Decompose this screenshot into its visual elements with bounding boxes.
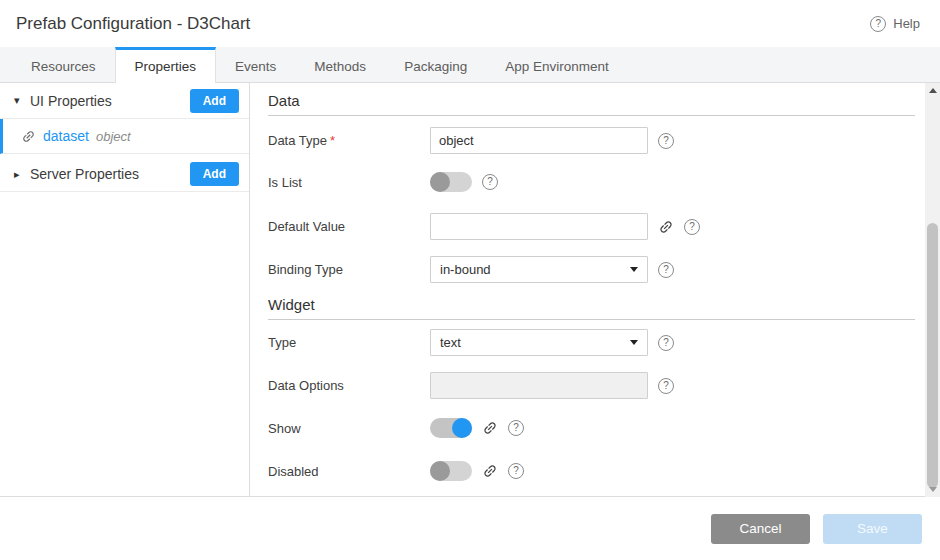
disabled-label: Disabled (268, 464, 430, 479)
server-properties-label: Server Properties (30, 166, 190, 182)
section-title-widget: Widget (268, 296, 915, 320)
toggle-knob (452, 418, 472, 438)
tab-methods[interactable]: Methods (295, 47, 385, 82)
sidebar-group-ui-properties[interactable]: ▾ UI Properties Add (0, 83, 249, 119)
data-type-label: Data Type* (268, 133, 430, 148)
binding-type-label: Binding Type (268, 262, 430, 277)
binding-type-help-icon[interactable]: ? (658, 262, 674, 278)
binding-type-select[interactable]: in-bound (430, 256, 648, 283)
add-ui-property-button[interactable]: Add (190, 89, 239, 113)
toggle-knob (430, 172, 450, 192)
help-icon: ? (870, 16, 886, 32)
tab-bar: Resources Properties Events Methods Pack… (0, 47, 940, 83)
dropdown-arrow-icon (630, 340, 638, 345)
disabled-bind-icon[interactable] (482, 463, 498, 479)
scrollbar-thumb[interactable] (927, 223, 938, 488)
page-title: Prefab Configuration - D3Chart (16, 14, 250, 34)
default-value-help-icon[interactable]: ? (684, 219, 700, 235)
dialog-footer: Cancel Save (0, 497, 940, 560)
help-button[interactable]: ? Help (870, 16, 920, 32)
help-label: Help (893, 16, 920, 31)
dataset-name: dataset (43, 128, 89, 144)
sidebar-item-dataset[interactable]: dataset object (0, 119, 249, 154)
widget-type-label: Type (268, 335, 430, 350)
caret-right-icon: ▸ (14, 168, 30, 181)
tab-packaging[interactable]: Packaging (385, 47, 486, 82)
vertical-scrollbar[interactable] (925, 83, 940, 497)
bind-link-icon (21, 129, 36, 144)
default-value-label: Default Value (268, 219, 430, 234)
dialog-header: Prefab Configuration - D3Chart ? Help (0, 0, 940, 47)
show-help-icon[interactable]: ? (508, 420, 524, 436)
cancel-button[interactable]: Cancel (711, 514, 810, 544)
sidebar-group-server-properties[interactable]: ▸ Server Properties Add (0, 157, 249, 192)
show-label: Show (268, 421, 430, 436)
tab-app-environment[interactable]: App Environment (486, 47, 628, 82)
data-type-input[interactable] (430, 127, 648, 154)
ui-properties-label: UI Properties (30, 93, 190, 109)
tab-events[interactable]: Events (216, 47, 295, 82)
dataset-type: object (96, 129, 131, 144)
required-marker: * (330, 133, 335, 148)
data-options-label: Data Options (268, 378, 430, 393)
row-binding-type: Binding Type in-bound ? (268, 256, 920, 283)
widget-type-select[interactable]: text (430, 329, 648, 356)
row-widget-type: Type text ? (268, 329, 920, 356)
data-options-input (430, 372, 648, 399)
show-bind-icon[interactable] (482, 420, 498, 436)
save-button[interactable]: Save (823, 514, 922, 544)
binding-type-value: in-bound (440, 262, 491, 277)
data-options-help-icon[interactable]: ? (658, 378, 674, 394)
section-title-data: Data (268, 92, 915, 116)
toggle-knob (430, 461, 450, 481)
default-value-input[interactable] (430, 213, 648, 240)
row-show: Show ? (268, 418, 920, 438)
is-list-label: Is List (268, 175, 430, 190)
tab-properties[interactable]: Properties (115, 47, 217, 83)
data-type-help-icon[interactable]: ? (658, 133, 674, 149)
row-disabled: Disabled ? (268, 461, 920, 481)
tab-resources[interactable]: Resources (12, 47, 115, 82)
scroll-up-icon[interactable] (925, 83, 940, 98)
row-is-list: Is List ? (268, 172, 920, 192)
scroll-down-icon[interactable] (925, 482, 940, 497)
widget-type-help-icon[interactable]: ? (658, 335, 674, 351)
caret-down-icon: ▾ (14, 94, 30, 107)
widget-type-value: text (440, 335, 461, 350)
dropdown-arrow-icon (630, 267, 638, 272)
show-toggle[interactable] (430, 418, 472, 438)
is-list-toggle[interactable] (430, 172, 472, 192)
main-area: ▾ UI Properties Add dataset object ▸ Ser… (0, 83, 940, 497)
is-list-help-icon[interactable]: ? (482, 174, 498, 190)
property-form: Data Data Type* ? Is List ? Default Valu… (250, 83, 940, 496)
row-default-value: Default Value ? (268, 213, 920, 240)
add-server-property-button[interactable]: Add (190, 162, 239, 186)
default-value-bind-icon[interactable] (658, 219, 674, 235)
properties-sidebar: ▾ UI Properties Add dataset object ▸ Ser… (0, 83, 250, 496)
disabled-help-icon[interactable]: ? (508, 463, 524, 479)
row-data-type: Data Type* ? (268, 127, 920, 154)
disabled-toggle[interactable] (430, 461, 472, 481)
row-data-options: Data Options ? (268, 372, 920, 399)
